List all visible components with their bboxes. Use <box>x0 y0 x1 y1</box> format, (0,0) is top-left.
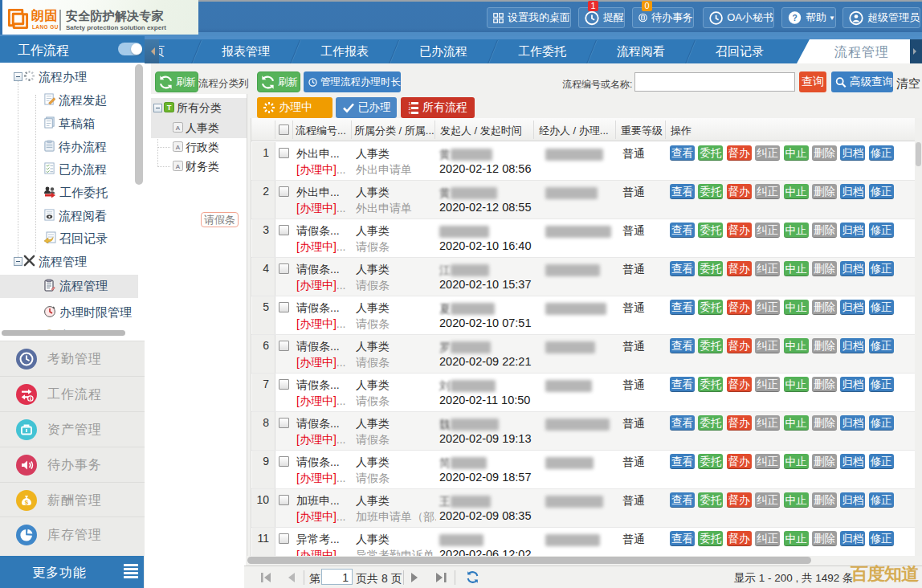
svg-text:A: A <box>176 124 181 131</box>
svg-text:3: 3 <box>409 111 411 115</box>
svg-text:?: ? <box>792 14 797 22</box>
svg-text:$: $ <box>25 499 29 506</box>
svg-text:A: A <box>176 143 181 150</box>
svg-text:A: A <box>176 162 181 169</box>
svg-text:T: T <box>167 103 172 111</box>
